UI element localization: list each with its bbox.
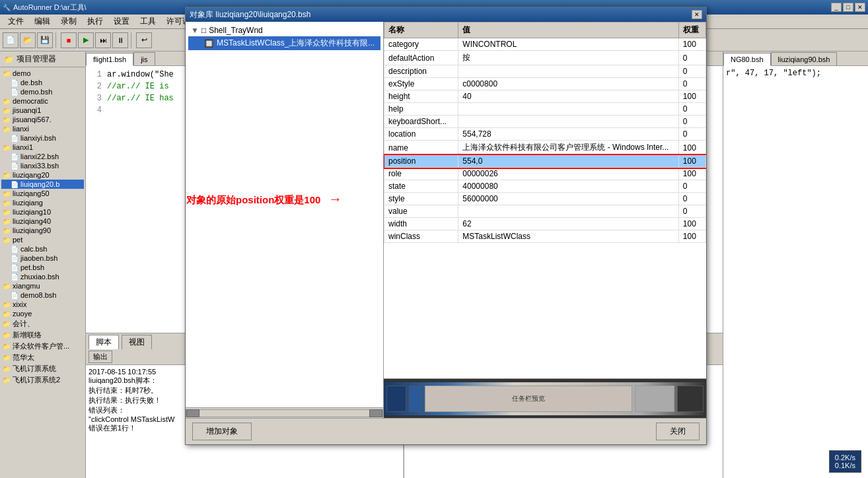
modal-close-footer-btn[interactable]: 关闭 [656, 423, 700, 440]
prop-name: exStyle [384, 78, 458, 90]
table-row[interactable]: categoryWINCONTROL100 [384, 38, 706, 51]
prop-name: defaultAction [384, 51, 458, 65]
table-row[interactable]: keyboardShort...0 [384, 116, 706, 128]
prop-name: winClass [384, 230, 458, 243]
prop-weight: 0 [678, 193, 705, 205]
table-row[interactable]: help0 [384, 103, 706, 116]
prop-weight: 100 [678, 38, 705, 51]
prop-value: 按 [458, 51, 679, 65]
prop-weight: 0 [678, 180, 705, 193]
prop-name: state [384, 180, 458, 193]
prop-weight: 0 [678, 78, 705, 90]
prop-name: width [384, 218, 458, 230]
properties-table: 名称 值 权重 categoryWINCONTROL100defaultActi… [384, 22, 706, 243]
prop-value: 554,728 [458, 128, 679, 141]
table-row[interactable]: description0 [384, 65, 706, 78]
prop-name: location [384, 128, 458, 141]
prop-weight: 100 [678, 230, 705, 243]
prop-weight: 100 [678, 218, 705, 230]
table-row[interactable]: value0 [384, 205, 706, 218]
tree-child-label: MSTaskListWClass_上海泽众软件科技有限... [217, 38, 375, 49]
prop-name: category [384, 38, 458, 51]
prop-name: description [384, 65, 458, 78]
prop-weight: 0 [678, 51, 705, 65]
prop-value: 40 [458, 90, 679, 103]
prop-name: help [384, 103, 458, 116]
prop-value: MSTaskListWClass [458, 230, 679, 243]
col-name: 名称 [384, 22, 458, 38]
table-row[interactable]: winClassMSTaskListWClass100 [384, 230, 706, 243]
modal-object-tree[interactable]: ▼ □ Shell_TrayWnd 🔲 MSTaskListWClass_上海泽… [186, 22, 384, 407]
table-row[interactable]: state400000800 [384, 180, 706, 193]
prop-value: 554,0 [458, 155, 679, 168]
screenshot-image: 任务栏预览 [384, 382, 706, 415]
modal-footer: 增加对象 关闭 [186, 418, 706, 444]
prop-weight: 0 [678, 128, 705, 141]
prop-value: c0000800 [458, 78, 679, 90]
prop-value: 56000000 [458, 193, 679, 205]
tree-child-icon: 🔲 [204, 39, 214, 48]
tree-root-icon: □ [201, 26, 206, 35]
prop-value: 00000026 [458, 168, 679, 180]
prop-value [458, 205, 679, 218]
table-row[interactable]: width62100 [384, 218, 706, 230]
modal-overlay: 对象库 liuziqiang20\liuiqang20.bsh ✕ ▼ □ Sh… [0, 0, 868, 478]
table-row[interactable]: name上海泽众软件科技有限公司客户管理系统 - Windows Inter..… [384, 141, 706, 155]
prop-value [458, 103, 679, 116]
prop-name: height [384, 90, 458, 103]
table-row[interactable]: location554,7280 [384, 128, 706, 141]
prop-name: role [384, 168, 458, 180]
prop-name: keyboardShort... [384, 116, 458, 128]
tree-horizontal-scroll[interactable] [186, 407, 383, 418]
prop-weight: 100 [678, 90, 705, 103]
screenshot-area: 任务栏预览 [384, 378, 706, 418]
col-value: 值 [458, 22, 679, 38]
prop-value: 62 [458, 218, 679, 230]
prop-weight: 0 [678, 205, 705, 218]
speed2: 0.1K/s [835, 461, 855, 469]
prop-weight: 100 [678, 141, 705, 155]
prop-weight: 100 [678, 155, 705, 168]
prop-weight: 0 [678, 65, 705, 78]
speed1: 0.2K/s [835, 454, 855, 461]
prop-weight: 0 [678, 103, 705, 116]
table-row[interactable]: defaultAction按0 [384, 51, 706, 65]
table-row[interactable]: exStylec00008000 [384, 78, 706, 90]
tree-root-shell[interactable]: ▼ □ Shell_TrayWnd [188, 24, 380, 36]
prop-weight: 100 [678, 168, 705, 180]
object-library-modal: 对象库 liuziqiang20\liuiqang20.bsh ✕ ▼ □ Sh… [185, 7, 707, 445]
table-row[interactable]: position554,0100 [384, 155, 706, 168]
prop-name: value [384, 205, 458, 218]
table-row[interactable]: style560000000 [384, 193, 706, 205]
modal-title: 对象库 liuziqiang20\liuiqang20.bsh [190, 9, 692, 20]
expand-icon: ▼ [191, 26, 199, 35]
modal-titlebar: 对象库 liuziqiang20\liuiqang20.bsh ✕ [186, 7, 706, 22]
prop-value [458, 116, 679, 128]
prop-name: style [384, 193, 458, 205]
modal-close-btn[interactable]: ✕ [692, 10, 702, 19]
tree-child-mstask[interactable]: 🔲 MSTaskListWClass_上海泽众软件科技有限... [188, 36, 380, 50]
prop-value: 40000080 [458, 180, 679, 193]
prop-name: position [384, 155, 458, 168]
properties-table-container[interactable]: 名称 值 权重 categoryWINCONTROL100defaultActi… [384, 22, 706, 378]
prop-value [458, 65, 679, 78]
col-weight: 权重 [678, 22, 705, 38]
tree-root-label: Shell_TrayWnd [209, 26, 263, 35]
status-bar: 0.2K/s 0.1K/s [829, 450, 861, 473]
prop-weight: 0 [678, 116, 705, 128]
prop-value: 上海泽众软件科技有限公司客户管理系统 - Windows Inter... [458, 141, 679, 155]
add-object-btn[interactable]: 增加对象 [192, 423, 252, 440]
table-row[interactable]: height40100 [384, 90, 706, 103]
prop-value: WINCONTROL [458, 38, 679, 51]
table-row[interactable]: role00000026100 [384, 168, 706, 180]
prop-name: name [384, 141, 458, 155]
